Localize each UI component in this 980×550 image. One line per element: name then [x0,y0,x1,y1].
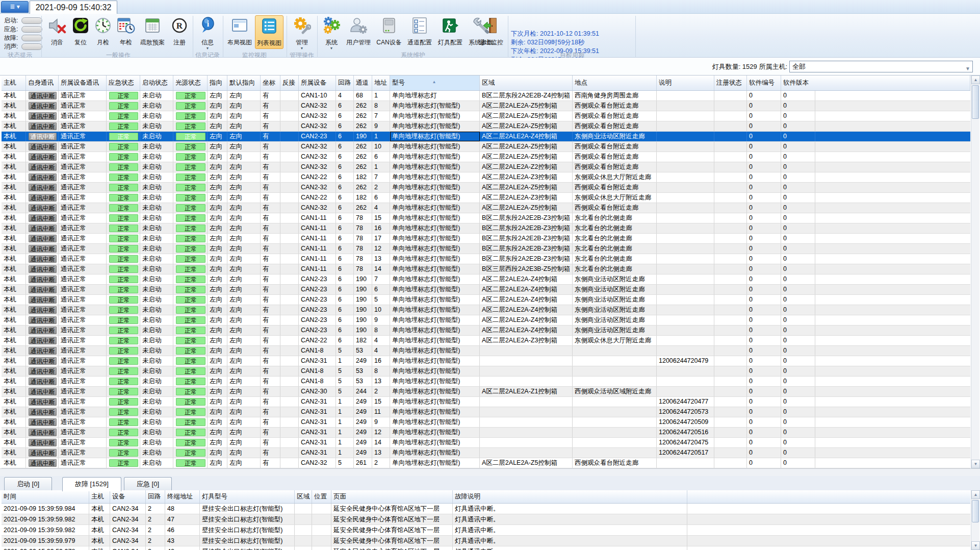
column-header[interactable]: 光源状态 [173,76,208,90]
channel-config-button[interactable]: 通道配置 [405,15,434,49]
table-row[interactable]: 本机通讯中断通讯正常正常未启动正常左向左向有CAN2-3262627单向地埋标志… [2,111,970,121]
column-header[interactable]: 指向 [208,76,227,90]
table-row[interactable]: 本机通讯中断通讯正常正常未启动正常左向左向有CAN1-855313单向地埋标志灯… [2,377,970,387]
user-manage-button[interactable]: 用户管理 [344,15,373,49]
lamp-config-button[interactable]: 灯具配置 [435,15,465,49]
table-row[interactable]: 本机通讯中断通讯正常正常未启动正常左向左向有CAN2-2361901单向地埋标志… [2,132,970,142]
fault-row[interactable]: 2021-09-09 15:39:59.982本机CAN2-34247壁挂安全出… [2,514,970,525]
table-row[interactable]: 本机通讯中断通讯正常正常未启动正常左向左向有CAN2-23619010单向地埋标… [2,305,970,315]
column-header[interactable]: 回路 [336,76,354,90]
time-tab[interactable]: 2021-09-09 15:40:32 [30,1,117,14]
column-header[interactable]: 通道 [354,76,372,90]
mute-button[interactable]: 消音 [46,15,68,49]
table-row[interactable]: 本机通讯中断通讯正常正常未启动正常左向左向有CAN2-3262621单向地埋标志… [2,162,970,172]
tab-emergency[interactable]: 应急 [0] [124,477,172,490]
column-header[interactable]: 坐标 [261,76,280,90]
reset-button[interactable]: 复位 [69,15,92,49]
column-header[interactable]: 灯具型号 [200,490,295,503]
table-row[interactable]: 本机通讯中断通讯正常正常未启动正常左向左向有CAN2-3262629单向地埋标志… [2,121,970,132]
table-row[interactable]: 本机通讯中断通讯正常正常未启动正常左向左向有CAN2-2361906单向地埋标志… [2,285,970,295]
tab-fault[interactable]: 故障 [1529] [62,477,121,491]
table-row[interactable]: 本机通讯中断通讯正常正常未启动正常左向左向有CAN1-1167814单向地埋标志… [2,264,970,274]
fault-scrollbar[interactable]: ▲ ▼ [971,490,979,550]
table-row[interactable]: 本机通讯中断通讯正常正常未启动正常左向左向有CAN2-31124913单向地埋标… [2,448,970,458]
table-row[interactable]: 本机通讯中断通讯正常正常未启动正常左向左向有CAN2-31124915单向地埋标… [2,397,970,407]
manage-button[interactable]: 管理 ▼ [290,15,314,49]
table-row[interactable]: 本机通讯中断通讯正常正常未启动正常左向左向有CAN1-1167813单向地埋标志… [2,254,970,264]
column-header[interactable]: 故障说明 [453,490,687,503]
column-header[interactable]: 区域 [480,76,573,90]
column-header[interactable]: 地点 [573,76,657,90]
table-row[interactable]: 本机通讯中断通讯正常正常未启动正常左向左向有CAN2-2261827单向地埋标志… [2,172,970,183]
host-select[interactable]: 全部 ▼ [789,61,973,72]
table-row[interactable]: 本机通讯中断通讯正常正常未启动正常左向左向有CAN2-32626210单向地埋标… [2,142,970,152]
column-header[interactable]: 设备 [110,490,146,503]
table-row[interactable]: 本机通讯中断通讯正常正常未启动正常左向左向有CAN2-3262626单向地埋标志… [2,152,970,162]
column-header[interactable]: 时间 [2,490,89,503]
table-row[interactable]: 本机通讯中断通讯正常正常未启动正常左向左向有CAN1-1167815单向地埋标志… [2,213,970,223]
register-button[interactable]: R 注册 [168,15,191,49]
app-menu-button[interactable]: ≣ ▾ [1,1,29,13]
list-view-button[interactable]: 列表视图 [255,15,283,49]
table-row[interactable]: 本机通讯中断通讯正常正常未启动正常左向左向有CAN2-3052442单向地埋标志… [2,387,970,397]
table-row[interactable]: 本机通讯中断通讯正常正常未启动正常左向左向有CAN2-3262628单向地埋标志… [2,101,970,111]
table-row[interactable]: 本机通讯中断通讯正常正常未启动正常左向左向有CAN2-3112499单向地埋标志… [2,417,970,428]
month-check-button[interactable]: 月检 [92,15,114,49]
fault-row[interactable]: 2021-09-09 15:39:59.982本机CAN2-34246壁挂安全出… [2,525,970,536]
system-button[interactable]: 系统 ▼ [320,15,343,49]
table-row[interactable]: 本机通讯中断通讯正常正常未启动正常左向左向有CAN1-104681单向地埋标志灯… [2,91,970,101]
table-row[interactable]: 本机通讯中断通讯正常正常未启动正常左向左向有CAN1-85534单向地埋标志灯(… [2,346,970,356]
column-header[interactable]: 回路 [146,490,165,503]
table-row[interactable]: 本机通讯中断通讯正常正常未启动正常左向左向有CAN1-1167816单向地埋标志… [2,223,970,234]
fault-row[interactable]: 2021-09-09 15:39:59.979本机CAN2-34243壁挂安全出… [2,536,970,546]
column-header[interactable]: 页面 [331,490,453,503]
table-row[interactable]: 本机通讯中断通讯正常正常未启动正常左向左向有CAN2-31124914单向地埋标… [2,438,970,448]
column-header[interactable]: 位置 [312,490,331,503]
table-row[interactable]: 本机通讯中断通讯正常正常未启动正常左向左向有CAN1-1167812单向地埋标志… [2,244,970,254]
table-row[interactable]: 本机通讯中断通讯正常正常未启动正常左向左向有CAN2-31124916单向地埋标… [2,356,970,366]
table-row[interactable]: 本机通讯中断通讯正常正常未启动正常左向左向有CAN2-3252612单向地埋标志… [2,458,970,468]
table-row[interactable]: 本机通讯中断通讯正常正常未启动正常左向左向有CAN2-3262622单向地埋标志… [2,183,970,193]
column-header[interactable]: 终端地址 [165,490,200,503]
scroll-down-icon[interactable]: ▼ [971,460,980,468]
column-header[interactable]: 说明 [657,76,714,90]
column-header[interactable]: 默认指向 [227,76,261,90]
table-row[interactable]: 本机通讯中断通讯正常正常未启动正常左向左向有CAN1-85538单向地埋标志灯(… [2,366,970,377]
exit-monitor-button[interactable]: 退出监控 [476,15,506,49]
column-header[interactable]: 应急状态 [107,76,140,90]
scroll-down-icon[interactable]: ▼ [971,541,980,550]
info-button[interactable]: i 信息 ▼ [196,15,219,49]
year-check-button[interactable]: 年检 [114,15,138,49]
column-header[interactable]: 自身通讯 [26,76,59,90]
can-device-button[interactable]: CAN设备 [374,15,404,49]
column-header[interactable]: 区域 [295,490,312,503]
column-header[interactable]: 型号▲ [390,76,480,90]
main-scrollbar[interactable]: ▲ ▼ [971,76,979,468]
table-row[interactable]: 本机通讯中断通讯正常正常未启动正常左向左向有CAN2-2361907单向地埋标志… [2,274,970,285]
layout-view-button[interactable]: 布局视图 [225,15,254,49]
column-header[interactable]: 主机 [89,490,110,503]
table-row[interactable]: 本机通讯中断通讯正常正常未启动正常左向左向有CAN2-3262624单向地埋标志… [2,203,970,213]
fault-row[interactable]: 2021-09-09 15:39:59.978本机CAN2-34242壁挂安全出… [2,546,970,550]
tab-start[interactable]: 启动 [0] [4,477,52,490]
scrollbar-thumb[interactable] [972,85,979,119]
column-header[interactable]: 主机 [2,76,26,90]
column-header[interactable]: 地址 [372,76,390,90]
table-row[interactable]: 本机通讯中断通讯正常正常未启动正常左向左向有CAN2-2261824单向地埋标志… [2,336,970,346]
table-row[interactable]: 本机通讯中断通讯正常正常未启动正常左向左向有CAN2-31124912单向地埋标… [2,428,970,438]
column-header[interactable]: 所属设备 [299,76,336,90]
column-header[interactable]: 软件编号 [747,76,781,90]
table-row[interactable]: 本机通讯中断通讯正常正常未启动正常左向左向有CAN1-1167817单向地埋标志… [2,234,970,244]
scrollbar-thumb[interactable] [972,500,979,522]
scroll-up-icon[interactable]: ▲ [971,490,980,499]
table-row[interactable]: 本机通讯中断通讯正常正常未启动正常左向左向有CAN2-2361908单向地埋标志… [2,326,970,336]
column-header[interactable]: 启动状态 [140,76,173,90]
table-row[interactable]: 本机通讯中断通讯正常正常未启动正常左向左向有CAN2-2361905单向地埋标志… [2,295,970,305]
table-row[interactable]: 本机通讯中断通讯正常正常未启动正常左向左向有CAN2-31124911单向地埋标… [2,407,970,417]
column-header[interactable]: 所属设备通讯 [59,76,107,90]
evacuation-plan-button[interactable]: 疏散预案 [138,15,167,49]
scroll-up-icon[interactable]: ▲ [971,76,980,84]
column-header[interactable]: 软件版本 [781,76,970,90]
fault-row[interactable]: 2021-09-09 15:39:59.984本机CAN2-34248壁挂安全出… [2,504,970,514]
column-header[interactable]: 反接 [280,76,299,90]
